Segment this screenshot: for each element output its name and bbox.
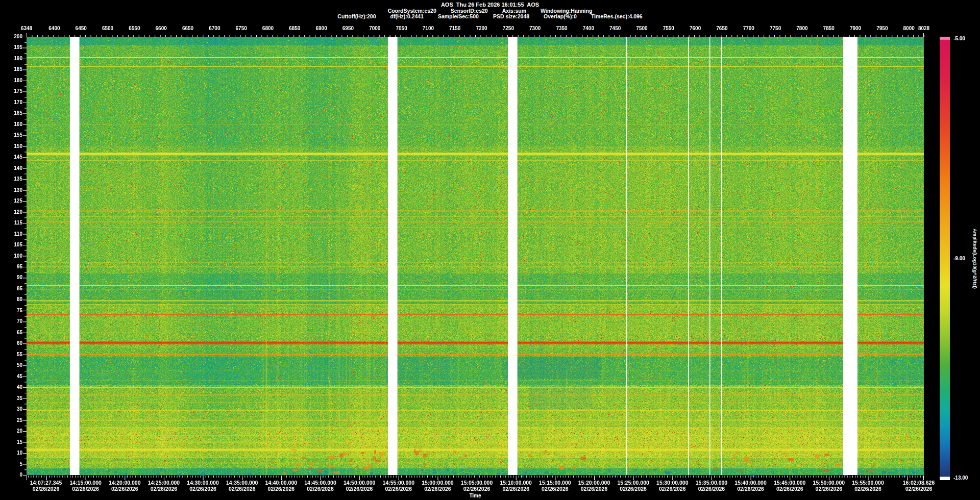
- top-axis-label: 7150: [449, 26, 460, 31]
- y-axis-label: 10: [0, 451, 22, 456]
- y-axis-label: 20: [0, 429, 22, 434]
- top-axis-label: 7050: [396, 26, 407, 31]
- time-axis-label: 15:55:00.000: [852, 480, 884, 485]
- y-axis-label: 165: [0, 111, 22, 116]
- header-field: Overlap(%):0: [544, 13, 577, 19]
- y-axis-label: 125: [0, 198, 22, 204]
- y-axis-label: 70: [0, 319, 22, 324]
- date-label: 02/26/2026: [385, 486, 412, 491]
- time-axis-label: 14:45:00.000: [304, 480, 336, 485]
- header-field: PSD size:2048: [493, 13, 529, 19]
- date-label: 02/26/2026: [816, 486, 843, 491]
- top-axis-label: 7700: [743, 26, 754, 31]
- top-axis-label: 7300: [529, 26, 541, 31]
- y-axis-label: 40: [0, 385, 22, 390]
- date-label: 02/26/2026: [111, 486, 138, 491]
- y-axis-label: 5: [0, 462, 22, 467]
- y-axis-label: 75: [0, 308, 22, 313]
- top-axis-label: 8028: [918, 26, 929, 31]
- y-axis-label: 175: [0, 89, 22, 94]
- y-axis-label: 90: [0, 275, 22, 280]
- time-axis-label: 15:20:00.000: [578, 480, 610, 485]
- top-axis-label: 7900: [850, 26, 861, 31]
- top-axis-label: 6400: [48, 26, 60, 31]
- top-axis-label: 7650: [716, 26, 727, 31]
- aos-spectrogram-window: { "header": { "title_line": "AOS Thu 26 …: [0, 0, 980, 500]
- date-label: 02/26/2026: [905, 486, 933, 491]
- y-axis-label: 95: [0, 264, 22, 269]
- time-axis-label: 15:50:00.000: [813, 480, 845, 485]
- top-axis-label: 7800: [796, 26, 807, 31]
- y-axis-label: 30: [0, 407, 22, 412]
- header-field: Cuttoff(Hz):200: [337, 13, 376, 19]
- y-axis-label: 190: [0, 56, 22, 61]
- date-label: 02/26/2026: [620, 486, 647, 491]
- y-axis-label: 65: [0, 330, 22, 335]
- y-axis-label: 155: [0, 133, 22, 138]
- y-axis-label: 85: [0, 286, 22, 291]
- y-axis-label: 160: [0, 122, 22, 127]
- y-axis-label: 100: [0, 254, 22, 259]
- top-axis-label: 7400: [583, 26, 594, 31]
- time-axis-label: 15:30:00.000: [656, 480, 688, 485]
- time-axis-label: 14:25:00.000: [148, 480, 180, 485]
- colorbar-title: Amplitude(Log10(g^2/Hz)): [971, 37, 979, 480]
- y-axis-label: 35: [0, 396, 22, 401]
- y-axis-label: 150: [0, 144, 22, 149]
- date-label: 02/26/2026: [463, 486, 491, 491]
- y-axis-label: 200: [0, 34, 22, 39]
- top-axis-label: 7200: [476, 26, 487, 31]
- y-axis-label: 195: [0, 45, 22, 50]
- top-axis-label: 8000: [903, 26, 915, 31]
- y-axis-label: 120: [0, 210, 22, 215]
- top-axis-label: 6500: [102, 26, 113, 31]
- date-label: 02/26/2026: [542, 486, 569, 491]
- top-axis-label: 7450: [609, 26, 621, 31]
- top-axis-label: 6750: [236, 26, 247, 31]
- top-axis-label: 6800: [262, 26, 274, 31]
- header-params-line1: CoordSystem:es20SensorID:es20Axis:sumWin…: [0, 8, 980, 14]
- date-label: 02/26/2026: [72, 486, 99, 491]
- date-label: 02/26/2026: [189, 486, 216, 491]
- y-axis-label: 185: [0, 67, 22, 72]
- top-axis-label: 7250: [503, 26, 514, 31]
- top-axis-label: 7000: [369, 26, 380, 31]
- y-axis-label: 0: [0, 472, 22, 478]
- colorbar: [940, 37, 950, 480]
- time-axis-label: 14:15:00.000: [69, 480, 101, 485]
- top-axis-label: 7550: [663, 26, 674, 31]
- top-axis-label: 6950: [342, 26, 354, 31]
- top-axis-label: 7500: [636, 26, 647, 31]
- y-axis-label: 130: [0, 188, 22, 193]
- time-axis-label: 14:07:27.345: [30, 480, 62, 485]
- top-axis-label: 7350: [556, 26, 567, 31]
- y-axis-label: 135: [0, 177, 22, 182]
- header-field: Sample/Sec:500: [438, 13, 479, 19]
- date-label: 02/26/2026: [346, 486, 373, 491]
- top-axis-label: 6700: [209, 26, 220, 31]
- y-axis-label: 110: [0, 232, 22, 237]
- time-axis-label: 14:35:00.000: [226, 480, 258, 485]
- y-axis-label: 15: [0, 440, 22, 445]
- time-axis-label: 15:40:00.000: [734, 480, 766, 485]
- time-axis-label: 14:40:00.000: [265, 480, 297, 485]
- header-params-line2: Cuttoff(Hz):200df(Hz):0.2441Sample/Sec:5…: [0, 14, 980, 19]
- time-axis-label: 15:10:00.000: [500, 480, 531, 485]
- spectrogram-canvas: [20, 30, 936, 486]
- time-axis-label: 15:35:00.000: [696, 480, 727, 485]
- date-label: 02/26/2026: [659, 486, 686, 491]
- date-label: 02/26/2026: [268, 486, 295, 491]
- date-label: 02/26/2026: [854, 486, 881, 491]
- top-axis-label: 7750: [770, 26, 781, 31]
- y-axis-label: 25: [0, 418, 22, 423]
- top-axis-label: 6600: [156, 26, 167, 31]
- time-axis-title: Time: [469, 493, 481, 498]
- time-axis-label: 14:55:00.000: [383, 480, 414, 485]
- date-label: 02/26/2026: [424, 486, 451, 491]
- top-axis-label: 6550: [129, 26, 140, 31]
- date-label: 02/26/2026: [229, 486, 256, 491]
- y-axis-label: 180: [0, 78, 22, 83]
- y-axis-label: 140: [0, 166, 22, 171]
- window-title: AOS Thu 26 Feb 2026 16:01:55 AOS: [0, 2, 980, 8]
- date-label: 02/26/2026: [581, 486, 608, 491]
